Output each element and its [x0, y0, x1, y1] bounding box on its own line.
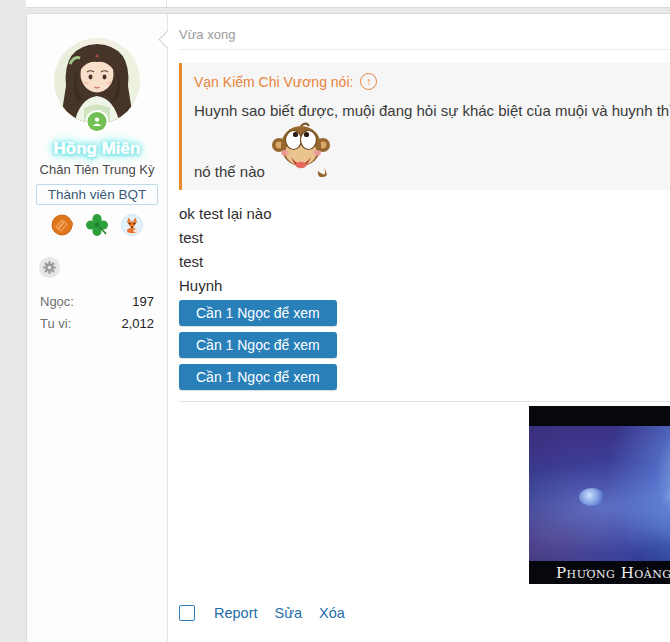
unlock-content-button[interactable]: Cần 1 Ngọc để xem [179, 300, 337, 326]
user-settings-gear-icon[interactable] [39, 257, 60, 278]
post-controls: Report Sửa Xóa [179, 605, 670, 621]
post-body-line: Huynh [179, 274, 670, 298]
quote-text-line: Huynh sao biết được, muội đang hỏi sự kh… [194, 102, 670, 119]
stat-label: Tu vi: [40, 313, 71, 335]
coin-badge-icon[interactable] [51, 214, 73, 236]
report-link[interactable]: Report [214, 605, 258, 621]
previous-post-cell-divider [166, 0, 167, 7]
quote-attribution[interactable]: Vạn Kiếm Chi Vương nói: ↑ [194, 73, 377, 90]
stat-value: 197 [132, 291, 154, 313]
previous-post-edge [26, 0, 670, 8]
edit-link[interactable]: Sửa [275, 605, 302, 621]
light-ray [659, 426, 670, 504]
monkey-emoticon-icon [270, 121, 332, 180]
post-user-cell: Hồng Miên Chân Tiên Trung Kỳ Thành viên … [27, 14, 167, 642]
video-artwork [529, 426, 670, 561]
stat-label: Ngọc: [40, 291, 74, 313]
select-post-checkbox[interactable] [179, 605, 195, 621]
username[interactable]: Hồng Miên [54, 139, 141, 159]
post-body: ok test lại nào test test Huynh [179, 202, 670, 298]
stat-row-tuvi: Tu vi: 2,012 [40, 313, 154, 335]
post-body-line: ok test lại nào [179, 202, 670, 226]
post-body-line: test [179, 250, 670, 274]
user-badges [51, 214, 143, 236]
user-title: Chân Tiên Trung Kỳ [40, 162, 155, 177]
post-body-line: test [179, 226, 670, 250]
post-message-cell: Vừa xong Vạn Kiếm Chi Vương nói: ↑ Huynh… [167, 14, 670, 642]
post-timestamp[interactable]: Vừa xong [179, 27, 670, 50]
delete-link[interactable]: Xóa [319, 605, 345, 621]
quote-text-line: nó thế nào [194, 121, 670, 180]
video-thumbnail[interactable]: Phượng Hoàng xuất [529, 406, 670, 584]
online-status-icon [88, 112, 107, 131]
clover-badge-icon[interactable] [86, 214, 108, 236]
user-banner: Thành viên BQT [36, 184, 158, 205]
stat-value: 2,012 [121, 313, 154, 335]
video-caption: Phượng Hoàng xuất [556, 564, 670, 582]
stat-row-ngoc: Ngọc: 197 [40, 291, 154, 313]
quote-block: Vạn Kiếm Chi Vương nói: ↑ Huynh sao biết… [179, 63, 670, 190]
quote-text: nó thế nào [194, 163, 265, 180]
unlock-content-button[interactable]: Cần 1 Ngọc để xem [179, 364, 337, 390]
avatar[interactable] [54, 38, 140, 124]
small-figure [579, 488, 605, 506]
unlock-content-button[interactable]: Cần 1 Ngọc để xem [179, 332, 337, 358]
forum-post: Hồng Miên Chân Tiên Trung Kỳ Thành viên … [26, 13, 670, 642]
jump-to-quoted-post-icon[interactable]: ↑ [360, 73, 377, 90]
content-divider [179, 401, 670, 402]
user-stats: Ngọc: 197 Tu vi: 2,012 [27, 291, 167, 335]
quote-attribution-text: Vạn Kiếm Chi Vương nói: [194, 74, 353, 90]
fox-badge-icon[interactable] [121, 214, 143, 236]
